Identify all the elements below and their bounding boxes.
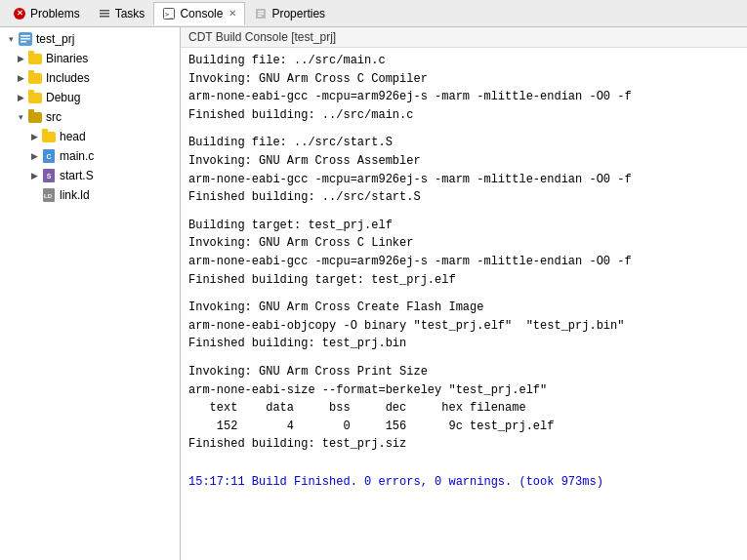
sidebar-label-src: src — [46, 110, 62, 124]
tree-arrow-test_prj: ▾ — [4, 34, 18, 44]
link-ld-icon: LD — [41, 187, 57, 203]
src-folder-icon — [27, 109, 43, 125]
main-content: ▾ test_prj ▶ Binaries ▶ — [0, 27, 747, 560]
svg-rect-12 — [21, 41, 26, 43]
sidebar-item-src[interactable]: ▾ src — [0, 107, 180, 127]
tasks-icon — [98, 7, 111, 20]
sidebar-label-debug: Debug — [46, 91, 80, 104]
tab-properties-label: Properties — [271, 7, 325, 20]
console-line — [188, 454, 739, 463]
properties-icon — [254, 7, 268, 20]
sidebar-label-start-s: start.S — [60, 169, 94, 182]
svg-rect-7 — [258, 13, 264, 14]
console-line: Building file: ../src/main.c — [188, 52, 739, 70]
tab-tasks-label: Tasks — [115, 7, 145, 20]
sidebar-label-includes: Includes — [46, 71, 90, 85]
tab-problems[interactable]: ✕ Problems — [4, 2, 89, 25]
console-line: arm-none-eabi-gcc -mcpu=arm926ej-s -marm… — [188, 171, 739, 189]
tab-tasks[interactable]: Tasks — [89, 2, 154, 25]
svg-rect-0 — [100, 10, 109, 12]
head-folder-icon — [41, 129, 57, 144]
tree-arrow-start-s: ▶ — [27, 171, 41, 180]
console-line — [188, 289, 739, 299]
svg-text:LD: LD — [44, 193, 53, 199]
sidebar-label-main-c: main.c — [60, 149, 94, 163]
includes-folder-icon — [27, 70, 43, 86]
sidebar-item-start-s[interactable]: ▶ S start.S — [0, 166, 180, 185]
sidebar-label-binaries: Binaries — [46, 52, 88, 65]
tree-arrow-binaries: ▶ — [14, 54, 27, 63]
console-line: Finished building: test_prj.siz — [188, 435, 739, 454]
sidebar-label-link-ld: link.ld — [60, 188, 90, 202]
debug-folder-icon — [27, 90, 43, 105]
sidebar-item-head[interactable]: ▶ head — [0, 127, 180, 146]
tab-properties[interactable]: Properties — [245, 2, 334, 25]
svg-rect-10 — [21, 35, 30, 37]
tree-arrow-link-ld — [27, 190, 41, 200]
console-line: Finished building target: test_prj.elf — [188, 271, 739, 290]
console-line: Finished building: ../src/start.S — [188, 188, 739, 207]
start-s-icon: S — [41, 168, 57, 183]
svg-rect-8 — [258, 15, 262, 16]
console-line: arm-none-eabi-size --format=berkeley "te… — [188, 381, 739, 400]
binaries-folder-icon — [27, 51, 43, 66]
console-line — [188, 463, 739, 473]
project-icon — [18, 31, 33, 47]
tab-problems-label: Problems — [30, 7, 80, 20]
sidebar-item-includes[interactable]: ▶ Includes — [0, 68, 180, 88]
svg-rect-6 — [258, 11, 264, 12]
sidebar-item-binaries[interactable]: ▶ Binaries — [0, 49, 180, 68]
sidebar-item-link-ld[interactable]: LD link.ld — [0, 185, 180, 205]
console-line: Building file: ../src/start.S — [188, 134, 739, 152]
console-line: Invoking: GNU Arm Cross Create Flash Ima… — [188, 299, 739, 317]
svg-rect-2 — [100, 16, 109, 18]
sidebar-item-main-c[interactable]: ▶ C main.c — [0, 146, 180, 166]
console-line: 15:17:11 Build Finished. 0 errors, 0 war… — [188, 473, 739, 492]
console-line: Building target: test_prj.elf — [188, 217, 739, 235]
console-line: arm-none-eabi-gcc -mcpu=arm926ej-s -marm… — [188, 253, 739, 271]
console-line — [188, 124, 739, 134]
sidebar-label-test_prj: test_prj — [36, 32, 74, 46]
console-line: Invoking: GNU Arm Cross C Compiler — [188, 70, 739, 89]
tab-bar: ✕ Problems Tasks >_ Console ✕ Properties — [0, 0, 747, 27]
problems-icon: ✕ — [13, 7, 26, 20]
console-line: Finished building: ../src/main.c — [188, 106, 739, 125]
tree-arrow-main-c: ▶ — [27, 151, 41, 161]
console-line — [188, 207, 739, 217]
console-line: 152 4 0 156 9c test_prj.elf — [188, 418, 739, 436]
tree-arrow-includes: ▶ — [14, 73, 27, 83]
tab-console-close[interactable]: ✕ — [228, 8, 236, 19]
sidebar-item-debug[interactable]: ▶ Debug — [0, 88, 180, 107]
console-header: CDT Build Console [test_prj] — [181, 27, 747, 48]
tab-console[interactable]: >_ Console ✕ — [153, 2, 245, 25]
svg-text:>_: >_ — [165, 11, 174, 19]
console-line: Invoking: GNU Arm Cross Print Size — [188, 363, 739, 381]
console-line: arm-none-eabi-objcopy -O binary "test_pr… — [188, 317, 739, 336]
tree-arrow-head: ▶ — [27, 132, 41, 141]
sidebar-item-test_prj[interactable]: ▾ test_prj — [0, 29, 180, 49]
tab-console-label: Console — [180, 7, 223, 20]
tree-arrow-debug: ▶ — [14, 93, 27, 102]
console-line: Invoking: GNU Arm Cross C Linker — [188, 234, 739, 253]
tree-arrow-src: ▾ — [14, 112, 27, 122]
console-content[interactable]: Building file: ../src/main.cInvoking: GN… — [181, 48, 747, 560]
console-line: text data bss dec hex filename — [188, 399, 739, 418]
console-line: Invoking: GNU Arm Cross Assembler — [188, 152, 739, 171]
console-line — [188, 353, 739, 363]
console-line: Finished building: test_prj.bin — [188, 335, 739, 353]
sidebar-label-head: head — [60, 130, 86, 143]
main-c-icon: C — [41, 148, 57, 164]
console-line: arm-none-eabi-gcc -mcpu=arm926ej-s -marm… — [188, 88, 739, 106]
sidebar: ▾ test_prj ▶ Binaries ▶ — [0, 27, 181, 560]
svg-rect-1 — [100, 13, 109, 15]
console-area: CDT Build Console [test_prj] Building fi… — [181, 27, 747, 560]
console-icon-tab: >_ — [162, 7, 176, 20]
svg-rect-11 — [21, 38, 30, 40]
